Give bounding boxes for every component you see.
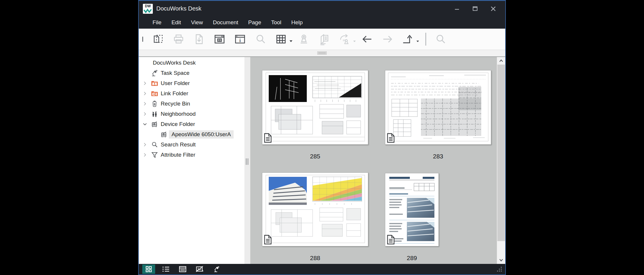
app-icon-wave (143, 8, 152, 13)
menu-tool[interactable]: Tool (266, 18, 286, 27)
properties-window-button[interactable] (213, 31, 226, 47)
toolbar-separator (425, 33, 426, 46)
tree-item-task-space[interactable]: Task Space (139, 68, 244, 78)
import-document-button[interactable] (192, 31, 206, 47)
tree-item-link-folder[interactable]: Link Folder (139, 88, 244, 98)
grid-view-icon (145, 266, 152, 273)
forward-arrow-icon (381, 33, 394, 46)
grid-view-button[interactable] (142, 264, 155, 274)
menu-page[interactable]: Page (243, 18, 266, 27)
close-button[interactable] (484, 3, 502, 15)
horizontal-splitter[interactable] (139, 50, 505, 57)
grid-layout-button[interactable] (274, 31, 288, 47)
expand-chevron-icon[interactable] (143, 81, 150, 85)
zoom-button[interactable] (434, 31, 447, 47)
toolbar: i (139, 29, 505, 50)
menu-file[interactable]: File (148, 18, 167, 27)
thumbnail-label-288: 288 (262, 255, 368, 262)
scrollbar-thumb[interactable] (497, 65, 505, 241)
document-area[interactable]: 285 (250, 57, 497, 264)
folder-tree: DocuWorks Desk Task Space (139, 57, 244, 264)
tree-item-user-folder[interactable]: User Folder (139, 78, 244, 88)
desktop-background: DW DocuWorks Desk File Edit View Documen… (0, 0, 644, 275)
detail-list-view-button[interactable] (176, 264, 189, 274)
menu-view[interactable]: View (186, 18, 208, 27)
title-bar[interactable]: DW DocuWorks Desk (139, 1, 505, 16)
search-icon (254, 33, 267, 46)
tree-item-apeoswide-6050-usera[interactable]: ApeosWide 6050:UserA (139, 129, 244, 139)
scroll-down-button[interactable] (497, 256, 505, 264)
device-folder-icon (150, 120, 159, 128)
xdw-document-icon (387, 133, 395, 143)
send-button[interactable] (401, 31, 415, 47)
user-folder-icon (150, 79, 159, 87)
forward-button[interactable] (381, 31, 394, 47)
expand-chevron-icon[interactable] (143, 143, 150, 147)
rotate-90-button[interactable]: 90° (338, 31, 352, 47)
list-view-button[interactable] (159, 264, 172, 274)
docuworks-app-icon: DW (143, 4, 153, 14)
neighborhood-icon (150, 110, 159, 118)
toolbar-grip[interactable] (142, 37, 143, 42)
splitter-handle[interactable] (317, 51, 327, 55)
menu-help[interactable]: Help (286, 18, 308, 27)
resize-grip[interactable] (496, 266, 502, 272)
selected-tree-label: ApeosWide 6050:UserA (169, 130, 234, 139)
scroll-up-button[interactable] (497, 57, 505, 65)
minimize-button[interactable] (448, 3, 466, 15)
properties-window-icon (213, 33, 226, 46)
grid-layout-dropdown-caret[interactable] (289, 40, 293, 43)
select-document-button[interactable] (151, 31, 165, 47)
tree-item-search-result[interactable]: Search Result (139, 139, 244, 150)
maximize-icon (472, 6, 478, 12)
select-document-icon (152, 33, 165, 46)
tree-item-docuworks-desk[interactable]: DocuWorks Desk (139, 58, 244, 68)
tree-item-neighborhood[interactable]: Neighborhood (139, 109, 244, 119)
copy-pages-button[interactable] (318, 31, 331, 47)
rotate-90-dropdown-caret[interactable] (353, 40, 356, 43)
svg-text:i: i (239, 38, 241, 43)
task-space-button[interactable] (210, 264, 223, 274)
tree-item-attribute-filter[interactable]: Attribute Filter (139, 150, 244, 160)
send-dropdown-caret[interactable] (416, 40, 419, 43)
copy-pages-icon (318, 33, 331, 46)
import-document-icon (193, 33, 205, 46)
document-thumbnail-289[interactable] (385, 173, 439, 246)
search-button[interactable] (254, 31, 267, 47)
scroll-up-icon (499, 59, 503, 62)
vertical-splitter[interactable] (244, 57, 250, 264)
print-button[interactable] (172, 31, 185, 47)
collapse-chevron-icon[interactable] (143, 122, 150, 126)
maximize-button[interactable] (466, 3, 484, 15)
menu-document[interactable]: Document (208, 18, 243, 27)
back-button[interactable] (360, 31, 374, 47)
menu-bar: File Edit View Document Page Tool Help (139, 16, 505, 29)
menu-edit[interactable]: Edit (167, 18, 186, 27)
vertical-splitter-handle[interactable] (246, 158, 248, 165)
search-result-icon (150, 141, 159, 148)
vertical-scrollbar[interactable] (497, 57, 505, 264)
main-area: DocuWorks Desk Task Space (139, 57, 505, 264)
expand-chevron-icon[interactable] (143, 91, 150, 96)
document-thumbnail-285[interactable] (262, 70, 368, 145)
tree-item-device-folder[interactable]: Device Folder (139, 119, 244, 129)
task-space-lamp-icon (150, 69, 159, 77)
expand-chevron-icon[interactable] (143, 112, 150, 116)
expand-chevron-icon[interactable] (143, 153, 150, 157)
document-thumbnail-288[interactable] (262, 172, 368, 246)
scrollbar-track[interactable] (497, 65, 505, 256)
info-window-button[interactable]: i (233, 31, 247, 47)
scroll-down-icon (499, 259, 503, 262)
tree-item-recycle-bin[interactable]: Recycle Bin (139, 98, 244, 109)
expand-chevron-icon[interactable] (143, 102, 150, 106)
minimize-icon (454, 6, 460, 12)
thumbnail-288-preview (262, 173, 368, 246)
info-window-icon: i (234, 33, 246, 46)
task-lamp-icon (213, 266, 220, 273)
close-icon (490, 6, 496, 12)
device-icon (160, 131, 168, 138)
stamp-button[interactable] (297, 31, 311, 47)
xdw-document-icon (387, 235, 395, 245)
document-thumbnail-283[interactable] (385, 70, 491, 145)
no-thumbnail-view-button[interactable] (193, 264, 206, 274)
